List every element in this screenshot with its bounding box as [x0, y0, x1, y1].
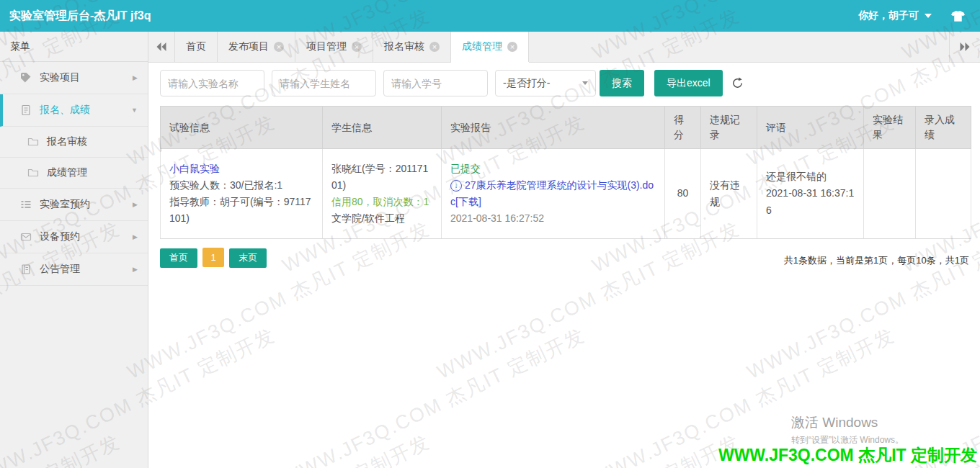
- tab-close-icon[interactable]: [274, 42, 284, 52]
- header-right: 你好，胡子可: [858, 9, 980, 22]
- tab-home[interactable]: 首页: [175, 32, 218, 62]
- sidebar-menu-header: 菜单: [0, 32, 148, 62]
- chevron-down-icon: [131, 107, 138, 114]
- sidebar-item-label: 公告管理: [40, 263, 80, 276]
- experiment-name-link[interactable]: 小白鼠实验: [169, 163, 220, 174]
- folder-icon: [27, 167, 39, 179]
- sidebar-item-label: 实验项目: [40, 71, 80, 84]
- grade-entry-cell: [916, 149, 971, 239]
- app-header: 实验室管理后台-杰凡IT jf3q 你好，胡子可: [0, 0, 980, 32]
- sidebar-item-label: 设备预约: [40, 230, 80, 243]
- tabs-scroll-left-button[interactable]: [148, 32, 175, 62]
- filter-bar: -是否打分- 搜索 导出excel: [160, 70, 971, 96]
- experiment-name-input[interactable]: [160, 70, 264, 96]
- search-button[interactable]: 搜索: [600, 70, 644, 96]
- chevron-down-icon: [582, 81, 588, 85]
- list-icon: [19, 199, 32, 211]
- tab-publish-project[interactable]: 发布项目: [218, 32, 295, 62]
- pagination-row: 首页 1 末页 共1条数据，当前是第1页，每页10条，共1页: [160, 248, 971, 268]
- table-header-row: 试验信息 学生信息 实验报告 得分 违规记录 评语 实验结果 录入成绩: [161, 107, 971, 149]
- experiment-teacher-text: 指导教师：胡子可(编号：97117101): [169, 194, 313, 227]
- app-window: 实验室管理后台-杰凡IT jf3q 你好，胡子可 菜单 实验项目: [0, 0, 980, 468]
- app-title: 实验室管理后台-杰凡IT jf3q: [0, 9, 151, 24]
- sidebar-item-label: 成绩管理: [47, 166, 87, 179]
- col-header-violation: 违规记录: [701, 107, 757, 149]
- tag-icon: [19, 72, 32, 84]
- student-name-input[interactable]: [272, 70, 376, 96]
- comment-cell: 还是很不错的 2021-08-31 16:37:16: [757, 149, 864, 239]
- report-time-text: 2021-08-31 16:27:52: [450, 210, 656, 227]
- user-menu[interactable]: 你好，胡子可: [858, 9, 932, 22]
- double-chevron-left-icon: [156, 42, 166, 51]
- sidebar: 菜单 实验项目 报名、成绩 报名审核: [0, 32, 148, 468]
- tab-label: 首页: [186, 40, 206, 53]
- experiment-capacity-text: 预实验人数：30/已报名:1: [169, 177, 313, 194]
- tab-close-icon[interactable]: [507, 42, 517, 52]
- tab-close-icon[interactable]: [429, 42, 440, 52]
- student-credit-text: 信用80，取消次数：1: [331, 194, 432, 210]
- menu-label: 菜单: [10, 40, 30, 52]
- sidebar-item-label: 报名审核: [47, 135, 87, 148]
- tshirt-icon[interactable]: [950, 10, 966, 22]
- student-info-cell: 张晓红(学号：20117101) 信用80，取消次数：1 文学院/软件工程: [323, 149, 442, 239]
- sidebar-item-experiment-projects[interactable]: 实验项目: [0, 62, 148, 94]
- chevron-down-icon: [925, 14, 932, 18]
- pagination-summary: 共1条数据，当前是第1页，每页10条，共1页: [784, 254, 969, 268]
- tab-project-management[interactable]: 项目管理: [295, 32, 373, 62]
- tab-close-icon[interactable]: [352, 42, 362, 52]
- tabs-scroll-right-button[interactable]: [949, 32, 980, 62]
- notebook-icon: [19, 264, 32, 276]
- windows-activation-title: 激活 Windows: [791, 413, 904, 432]
- score-filter-value: -是否打分-: [503, 77, 550, 90]
- chevron-right-icon: [133, 266, 138, 273]
- result-cell: [864, 149, 916, 239]
- double-chevron-right-icon: [960, 42, 970, 51]
- col-header-grade-entry: 录入成绩: [916, 107, 971, 149]
- main-row: 菜单 实验项目 报名、成绩 报名审核: [0, 32, 980, 468]
- score-filter-select[interactable]: -是否打分-: [495, 70, 596, 96]
- pagination-first-button[interactable]: 首页: [160, 248, 197, 268]
- results-table: 试验信息 学生信息 实验报告 得分 违规记录 评语 实验结果 录入成绩: [160, 106, 971, 239]
- sidebar-subitem-score-management[interactable]: 成绩管理: [0, 158, 148, 189]
- folder-icon: [27, 136, 39, 148]
- tab-label: 项目管理: [306, 40, 347, 53]
- experiment-info-cell: 小白鼠实验 预实验人数：30/已报名:1 指导教师：胡子可(编号：9711710…: [161, 149, 323, 239]
- tab-score-management[interactable]: 成绩管理: [451, 32, 529, 62]
- pagination-last-button[interactable]: 末页: [229, 248, 267, 268]
- student-id-input[interactable]: [383, 70, 488, 96]
- score-cell: 80: [665, 149, 701, 239]
- student-name-text: 张晓红(学号：20117101): [331, 161, 432, 194]
- export-excel-button[interactable]: 导出excel: [654, 70, 723, 96]
- col-header-score: 得分: [665, 107, 701, 149]
- table-row: 小白鼠实验 预实验人数：30/已报名:1 指导教师：胡子可(编号：9711710…: [161, 149, 971, 239]
- chevron-right-icon: [133, 201, 138, 208]
- sidebar-item-enrollment-scores[interactable]: 报名、成绩: [0, 94, 148, 127]
- report-file-link[interactable]: 27康乐养老院管理系统的设计与实现(3).doc[下载]: [450, 179, 654, 207]
- tab-label: 发布项目: [228, 40, 269, 53]
- mail-icon: [19, 231, 32, 243]
- sidebar-item-announcement-management[interactable]: 公告管理: [0, 253, 148, 286]
- tab-label: 成绩管理: [462, 40, 502, 53]
- content-column: 首页 发布项目 项目管理 报名审核 成绩管理: [148, 32, 980, 468]
- tab-label: 报名审核: [384, 40, 424, 53]
- refresh-button[interactable]: [731, 77, 744, 89]
- report-status-text: 已提交: [450, 161, 656, 177]
- refresh-icon: [731, 77, 744, 89]
- col-header-report: 实验报告: [442, 107, 665, 149]
- document-icon: [19, 104, 32, 117]
- tab-strip: 首页 发布项目 项目管理 报名审核 成绩管理: [148, 32, 980, 63]
- tab-enrollment-review[interactable]: 报名审核: [373, 32, 451, 62]
- student-college-text: 文学院/软件工程: [331, 210, 432, 227]
- pagination-current-page[interactable]: 1: [202, 248, 223, 267]
- windows-activation-notice: 激活 Windows 转到“设置”以激活 Windows。: [791, 413, 904, 446]
- violation-cell: 没有违规: [701, 149, 757, 239]
- sidebar-subitem-enrollment-review[interactable]: 报名审核: [0, 127, 148, 158]
- report-cell: 已提交 27康乐养老院管理系统的设计与实现(3).doc[下载] 2021-08…: [442, 149, 665, 239]
- download-icon[interactable]: [450, 180, 462, 192]
- sidebar-item-lab-reservation[interactable]: 实验室预约: [0, 189, 148, 221]
- comment-time-text: 2021-08-31 16:37:16: [766, 185, 855, 218]
- col-header-experiment-info: 试验信息: [161, 107, 323, 149]
- col-header-comment: 评语: [757, 107, 864, 149]
- col-header-result: 实验结果: [864, 107, 916, 149]
- sidebar-item-equipment-reservation[interactable]: 设备预约: [0, 221, 148, 253]
